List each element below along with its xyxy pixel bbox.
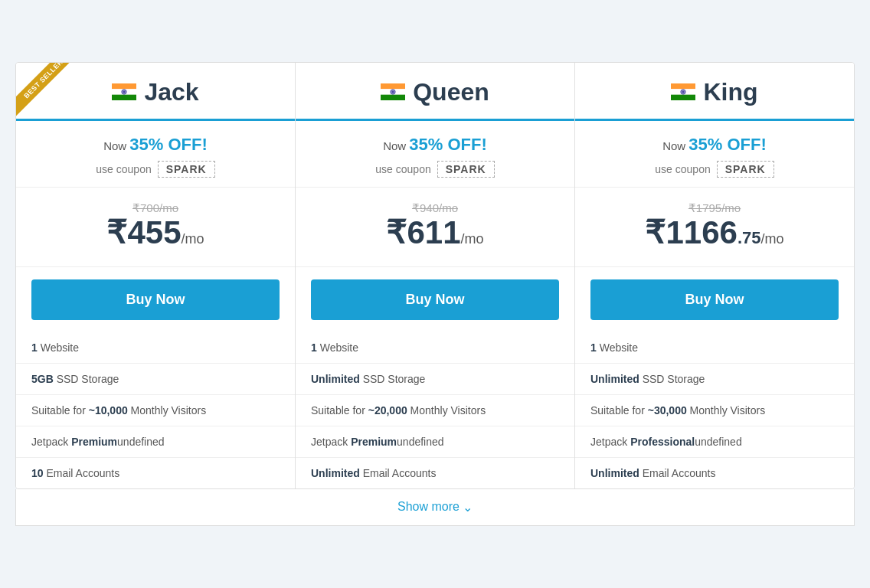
discount-section: Now 35% OFF! use coupon SPARK [16, 121, 295, 188]
plan-header-queen: Queen [296, 63, 574, 121]
current-price: ₹455/mo [31, 215, 280, 250]
price-main: ₹611 [386, 214, 460, 250]
svg-rect-60 [671, 95, 695, 100]
feature-item: Unlimited SSD Storage [296, 364, 574, 395]
discount-section: Now 35% OFF! use coupon SPARK [296, 121, 574, 188]
feature-item: Unlimited SSD Storage [575, 364, 854, 395]
india-flag-icon [112, 78, 136, 106]
discount-percent: 35% OFF! [409, 135, 486, 154]
plan-header-king: King [575, 63, 854, 121]
discount-label: Now [103, 139, 129, 152]
per-mo: /mo [761, 231, 784, 247]
coupon-row: use coupon SPARK [31, 161, 280, 178]
feature-item: Jetpack Professionalundefined [575, 426, 854, 458]
current-price: ₹1166.75/mo [590, 215, 839, 250]
show-more-bar: Show more ⌄ [15, 489, 855, 526]
buy-now-button-jack[interactable]: Buy Now [31, 279, 280, 320]
discount-percent: 35% OFF! [129, 135, 207, 154]
feature-bold: 1 [590, 341, 597, 354]
feature-bold: 10 [31, 467, 44, 479]
discount-text: Now 35% OFF! [31, 135, 280, 155]
feature-bold: ~10,000 [89, 404, 128, 416]
svg-rect-31 [381, 95, 405, 100]
feature-bold: ~20,000 [368, 404, 407, 416]
current-price: ₹611/mo [311, 215, 559, 250]
feature-bold: Premium [351, 436, 397, 448]
feature-bold: Premium [71, 436, 117, 448]
coupon-prefix: use coupon [655, 163, 710, 175]
svg-rect-29 [381, 83, 405, 89]
plan-title: Queen [311, 78, 559, 106]
feature-item: 10 Email Accounts [16, 458, 295, 488]
plan-name: King [703, 78, 757, 106]
show-more-button[interactable]: Show more ⌄ [397, 500, 473, 514]
svg-point-4 [124, 92, 125, 93]
feature-bold: Unlimited [311, 373, 360, 385]
feature-item: Suitable for ~20,000 Monthly Visitors [296, 395, 574, 426]
coupon-code: SPARK [717, 161, 774, 178]
feature-bold: Unlimited [590, 373, 639, 385]
plan-card-jack: Jack Now 35% OFF! use coupon SPARK ₹700/… [16, 63, 296, 488]
feature-bold: Unlimited [311, 467, 360, 479]
original-price: ₹700/mo [31, 201, 280, 215]
plan-card-queen: Queen Now 35% OFF! use coupon SPARK ₹940… [296, 63, 575, 488]
price-decimal: .75 [738, 228, 761, 247]
price-section: ₹1795/mo ₹1166.75/mo [575, 188, 854, 266]
discount-label: Now [383, 139, 409, 152]
feature-bold: Unlimited [590, 467, 639, 479]
buy-now-button-king[interactable]: Buy Now [590, 279, 839, 320]
coupon-row: use coupon SPARK [311, 161, 559, 178]
feature-item: 1 Website [296, 332, 574, 364]
discount-text: Now 35% OFF! [590, 135, 839, 155]
best-seller-badge [15, 62, 74, 121]
features-list-queen: 1 WebsiteUnlimited SSD StorageSuitable f… [296, 332, 574, 488]
chevron-down-icon: ⌄ [463, 500, 473, 514]
price-main: ₹1166 [645, 214, 737, 250]
svg-point-62 [683, 92, 684, 93]
feature-bold: ~30,000 [648, 404, 687, 416]
coupon-code: SPARK [158, 161, 215, 178]
price-section: ₹700/mo ₹455/mo [16, 188, 295, 266]
feature-bold: Professional [630, 436, 695, 448]
coupon-prefix: use coupon [96, 163, 151, 175]
plan-name: Jack [144, 78, 198, 106]
coupon-code: SPARK [437, 161, 495, 178]
original-price: ₹1795/mo [590, 201, 839, 215]
discount-text: Now 35% OFF! [311, 135, 559, 155]
coupon-row: use coupon SPARK [590, 161, 839, 178]
svg-rect-2 [112, 95, 136, 100]
feature-item: 1 Website [575, 332, 854, 364]
feature-bold: 5GB [31, 373, 54, 385]
plan-card-king: King Now 35% OFF! use coupon SPARK ₹1795… [575, 63, 854, 488]
per-mo: /mo [461, 231, 484, 247]
show-more-label: Show more [397, 500, 460, 514]
feature-bold: 1 [311, 341, 317, 354]
feature-bold: 1 [31, 341, 38, 354]
india-flag-icon [671, 78, 695, 106]
plan-name: Queen [413, 78, 489, 106]
feature-item: Jetpack Premiumundefined [296, 426, 574, 458]
price-main: ₹455 [106, 214, 181, 250]
features-list-jack: 1 Website5GB SSD StorageSuitable for ~10… [16, 332, 295, 488]
discount-section: Now 35% OFF! use coupon SPARK [575, 121, 854, 188]
feature-item: Suitable for ~10,000 Monthly Visitors [16, 395, 295, 426]
discount-label: Now [662, 139, 688, 152]
feature-item: 5GB SSD Storage [16, 364, 295, 395]
pricing-table: Jack Now 35% OFF! use coupon SPARK ₹700/… [15, 62, 855, 488]
plan-title: King [590, 78, 839, 106]
price-section: ₹940/mo ₹611/mo [296, 188, 574, 266]
coupon-prefix: use coupon [375, 163, 430, 175]
feature-item: Suitable for ~30,000 Monthly Visitors [575, 395, 854, 426]
feature-item: Unlimited Email Accounts [296, 458, 574, 488]
discount-percent: 35% OFF! [688, 135, 766, 154]
svg-point-33 [393, 92, 394, 93]
svg-rect-58 [671, 83, 695, 89]
per-mo: /mo [182, 231, 204, 247]
svg-rect-0 [112, 83, 136, 89]
original-price: ₹940/mo [311, 201, 559, 215]
feature-item: Jetpack Premiumundefined [16, 426, 295, 458]
features-list-king: 1 WebsiteUnlimited SSD StorageSuitable f… [575, 332, 854, 488]
feature-item: 1 Website [16, 332, 295, 364]
buy-now-button-queen[interactable]: Buy Now [311, 279, 559, 320]
india-flag-icon [381, 78, 405, 106]
